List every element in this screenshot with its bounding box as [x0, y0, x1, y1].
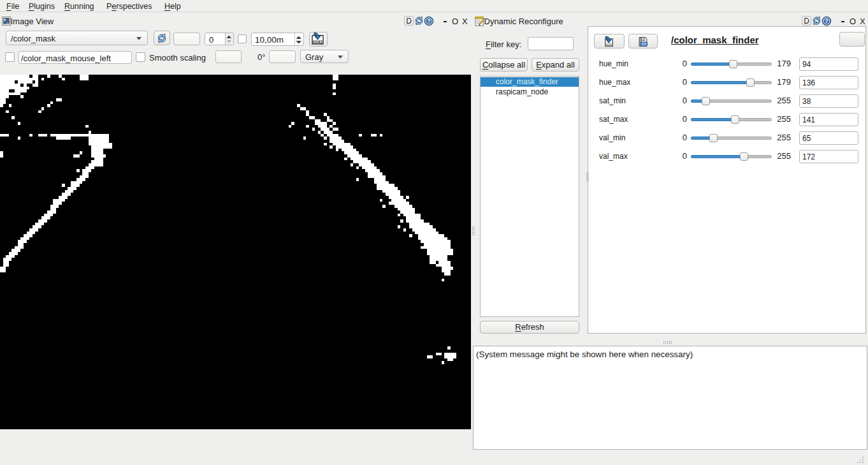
svg-text:?: ?	[427, 17, 431, 24]
svg-text:?: ?	[825, 17, 828, 24]
